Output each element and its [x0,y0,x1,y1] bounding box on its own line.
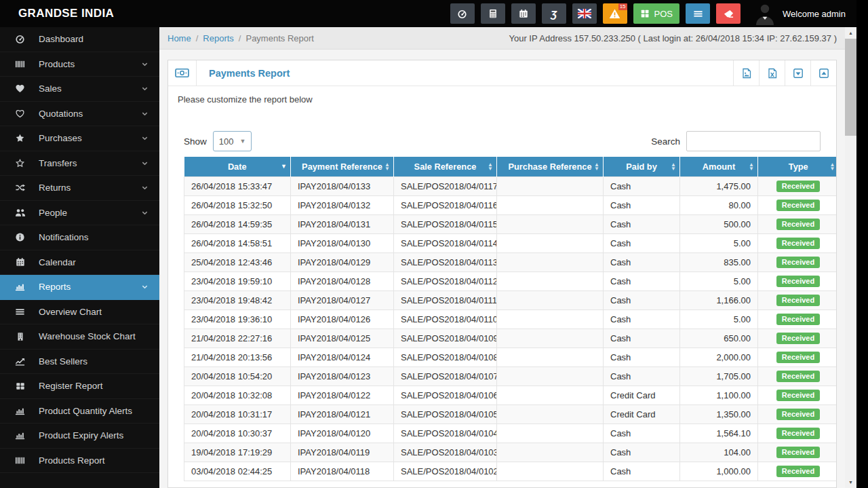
bar-chart-icon [14,282,26,292]
sidebar-item-products-report[interactable]: Products Report [0,449,159,474]
page-size-group: Show 100 ▼ [184,131,252,151]
sidebar-item-notifications[interactable]: Notifications [0,225,159,250]
table-row: 25/04/2018 12:43:46IPAY2018/04/0129SALE/… [184,252,837,271]
sidebar-item-reports[interactable]: Reports [0,275,159,300]
cell: Cash [604,271,680,290]
chevron-down-icon [140,60,149,68]
breadcrumb-separator: / [239,33,241,43]
export-image-button[interactable] [733,60,759,86]
cell-type: Received [758,424,837,443]
table-row: 20/04/2018 10:32:08IPAY2018/04/0122SALE/… [184,386,837,405]
column-label: Paid by [626,162,657,172]
sidebar-item-overview-chart[interactable]: Overview Chart [0,300,159,325]
column-header-paid-by[interactable]: Paid by▲▼ [604,157,680,176]
table-row: 21/04/2018 22:27:16IPAY2018/04/0125SALE/… [184,329,837,348]
cell [497,214,604,233]
cell: SALE/POS2018/04/0109 [394,329,497,348]
cell-amount: 2,000.00 [680,348,758,367]
sidebar-item-products[interactable]: Products [0,52,159,77]
page-size-select[interactable]: 100 ▼ [213,131,252,151]
sidebar-item-label: Best Sellers [39,356,149,367]
sidebar-item-quotations[interactable]: Quotations [0,102,159,127]
cell: Cash [604,233,680,252]
column-label: Type [789,162,808,172]
column-header-amount[interactable]: Amount▲▼ [680,157,758,176]
type-badge: Received [776,276,820,287]
cell: 03/04/2018 02:44:25 [184,462,291,481]
quick-styles-button[interactable]: Ʒ [542,3,566,24]
cell-amount: 104.00 [680,443,758,462]
sidebar-item-dashboard[interactable]: Dashboard [0,27,159,52]
sidebar-item-register-report[interactable]: Register Report [0,374,159,399]
search-input[interactable] [686,131,821,151]
cell-type: Received [758,348,837,367]
cell-amount: 1,350.00 [680,405,758,424]
sort-desc-icon: ▼ [281,163,287,170]
sidebar-item-sales[interactable]: Sales [0,77,159,102]
column-header-type[interactable]: Type▲▼ [758,157,837,176]
quick-dashboard-button[interactable] [450,3,475,24]
panel-toolbar [733,60,836,86]
cell: Credit Card [604,405,680,424]
clear-cache-button[interactable] [716,3,741,24]
language-button[interactable] [572,3,597,24]
cell: SALE/POS2018/04/0102 [394,462,497,481]
layout: DashboardProductsSalesQuotationsPurchase… [0,27,856,488]
cell: 21/04/2018 20:13:56 [184,348,291,367]
breadcrumb-reports[interactable]: Reports [203,33,234,43]
cell-amount: 1,564.10 [680,424,758,443]
column-header-payment-reference[interactable]: Payment Reference▲▼ [291,157,394,176]
chevron-down-icon [140,110,149,117]
cell: 25/04/2018 12:43:46 [184,252,291,271]
quick-calculator-button[interactable] [481,3,505,24]
calendar-icon [519,9,528,18]
sidebar-item-returns[interactable]: Returns [0,176,159,201]
cell-amount: 1,166.00 [680,290,758,309]
alerts-button[interactable]: 15 [603,3,627,24]
scrollbar-up-arrow[interactable]: ▲ [845,27,856,39]
sidebar-item-purchases[interactable]: Purchases [0,126,159,151]
sidebar-item-calendar[interactable]: Calendar [0,250,159,276]
sidebar-item-people[interactable]: People [0,201,159,226]
cell: 23/04/2018 19:59:10 [184,271,291,290]
quick-calendar-button[interactable] [511,3,536,24]
scrollbar-down-arrow[interactable]: ▼ [845,476,856,488]
column-header-sale-reference[interactable]: Sale Reference▲▼ [394,157,497,176]
sidebar-item-product-quantity-alerts[interactable]: Product Quantity Alerts [0,399,159,424]
sidebar-item-label: Dashboard [39,34,149,44]
sidebar-item-transfers[interactable]: Transfers [0,151,159,176]
gauge-icon [457,9,467,19]
cell: Cash [604,214,680,233]
column-label: Sale Reference [414,162,477,172]
expand-panel-button[interactable] [810,60,836,86]
export-excel-button[interactable] [759,60,785,86]
table-row: 23/04/2018 19:36:10IPAY2018/04/0126SALE/… [184,309,837,329]
cell: SALE/POS2018/04/0105 [394,405,497,424]
quick-list-button[interactable] [686,3,710,24]
scrollbar-thumb[interactable] [845,39,856,136]
cell [497,405,604,424]
sidebar-item-best-sellers[interactable]: Best Sellers [0,350,159,375]
cell: SALE/POS2018/04/0112 [394,271,497,290]
column-header-date[interactable]: Date▼ [184,157,291,176]
user-avatar[interactable] [754,1,776,26]
sidebar-item-label: Transfers [39,158,140,168]
money-icon [175,68,189,78]
brand-logo[interactable]: GRANDSE INDIA [18,7,114,20]
sidebar-item-product-expiry-alerts[interactable]: Product Expiry Alerts [0,424,159,449]
cell: 20/04/2018 10:31:17 [184,405,291,424]
payments-table: Date▼Payment Reference▲▼Sale Reference▲▼… [184,157,837,481]
column-header-purchase-reference[interactable]: Purchase Reference▲▼ [497,157,604,176]
breadcrumb-separator: / [196,33,199,43]
file-excel-icon [767,68,778,79]
sidebar-item-warehouse-stock-chart[interactable]: Warehouse Stock Chart [0,324,159,350]
cell-type: Received [758,329,837,348]
info-circle-icon [14,232,26,242]
pos-button[interactable]: POS [633,3,679,24]
breadcrumb-home[interactable]: Home [167,33,191,43]
collapse-panel-button[interactable] [785,60,810,86]
file-image-icon [741,68,752,79]
cell: IPAY2018/04/0127 [291,290,394,309]
topbar-quick-buttons: Ʒ15POS [450,3,741,24]
calendar-icon [14,257,26,267]
